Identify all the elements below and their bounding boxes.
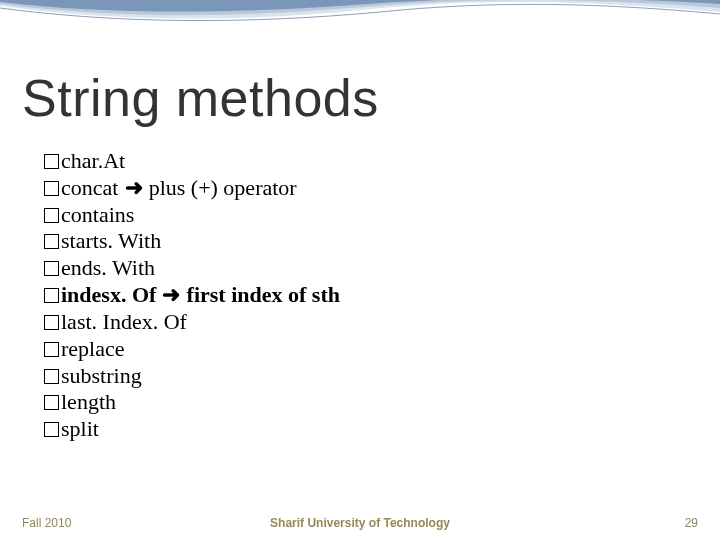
- list-item: concat ➜ plus (+) operator: [44, 175, 664, 202]
- footer-org: Sharif University of Technology: [0, 516, 720, 530]
- bullet-square-icon: [44, 208, 59, 223]
- list-item: last. Index. Of: [44, 309, 664, 336]
- bullet-square-icon: [44, 154, 59, 169]
- item-text: contains: [61, 202, 134, 227]
- item-text: replace: [61, 336, 125, 361]
- item-after: first index of sth: [187, 282, 340, 307]
- footer-page-number: 29: [685, 516, 698, 530]
- bullet-square-icon: [44, 261, 59, 276]
- item-text: indesx. Of: [61, 282, 156, 307]
- slide-title: String methods: [22, 68, 379, 128]
- list-item: substring: [44, 363, 664, 390]
- bullet-square-icon: [44, 342, 59, 357]
- list-item: length: [44, 389, 664, 416]
- list-item: starts. With: [44, 228, 664, 255]
- list-item: indesx. Of ➜ first index of sth: [44, 282, 664, 309]
- item-text: concat: [61, 175, 118, 200]
- decorative-wave: [0, 0, 720, 60]
- list-item: split: [44, 416, 664, 443]
- content-body: char.At concat ➜ plus (+) operator conta…: [44, 148, 664, 443]
- item-after: plus (+) operator: [149, 175, 297, 200]
- item-text: ends. With: [61, 255, 155, 280]
- bullet-square-icon: [44, 369, 59, 384]
- item-text: char.At: [61, 148, 125, 173]
- arrow-icon: ➜: [156, 282, 186, 307]
- list-item: char.At: [44, 148, 664, 175]
- bullet-square-icon: [44, 181, 59, 196]
- list-item: replace: [44, 336, 664, 363]
- list-item: contains: [44, 202, 664, 229]
- item-text: starts. With: [61, 228, 161, 253]
- bullet-square-icon: [44, 395, 59, 410]
- arrow-icon: ➜: [118, 175, 148, 200]
- footer: Fall 2010 Sharif University of Technolog…: [0, 512, 720, 540]
- bullet-square-icon: [44, 234, 59, 249]
- item-text: split: [61, 416, 99, 441]
- item-text: substring: [61, 363, 142, 388]
- item-text: last. Index. Of: [61, 309, 187, 334]
- bullet-square-icon: [44, 288, 59, 303]
- bullet-square-icon: [44, 315, 59, 330]
- list-item: ends. With: [44, 255, 664, 282]
- item-text: length: [61, 389, 116, 414]
- slide: String methods char.At concat ➜ plus (+)…: [0, 0, 720, 540]
- bullet-square-icon: [44, 422, 59, 437]
